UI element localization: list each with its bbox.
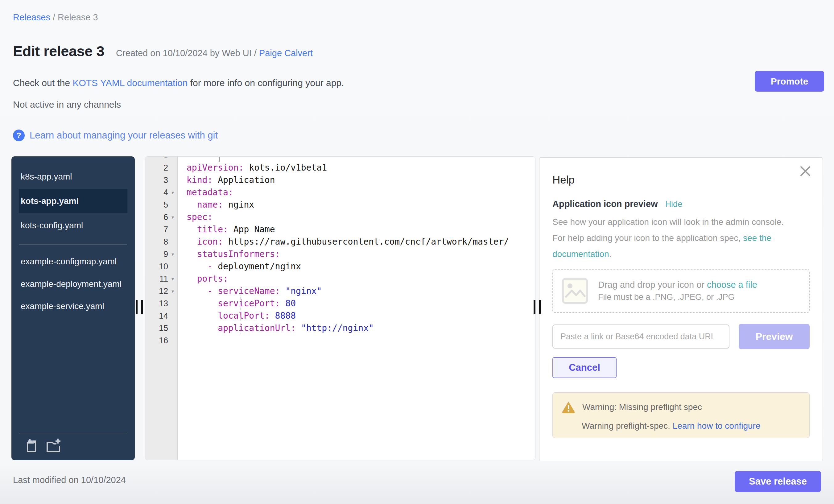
choose-file-link[interactable]: choose a file — [707, 280, 757, 290]
editor-code-area[interactable]: ---apiVersion: kots.io/v1beta1kind: Appl… — [178, 157, 535, 460]
code-line[interactable]: --- — [178, 156, 535, 162]
code-line[interactable]: title: App Name — [178, 223, 535, 236]
dropzone-text: Drag and drop your icon or choose a file… — [598, 280, 757, 302]
code-line[interactable] — [178, 334, 535, 347]
save-release-button[interactable]: Save release — [735, 471, 821, 492]
add-file-icon[interactable] — [24, 439, 37, 454]
file-tree-sidebar: k8s-app.yamlkots-app.yamlkots-config.yam… — [12, 156, 135, 460]
file-item[interactable]: example-service.yaml — [12, 295, 135, 317]
intro-suffix: for more info on configuring your app. — [188, 78, 344, 88]
last-modified-text: Last modified on 10/10/2024 — [13, 475, 126, 485]
code-line[interactable]: name: nginx — [178, 199, 535, 211]
preflight-warning-box: Warning: Missing preflight spec Warning … — [552, 392, 810, 438]
close-icon[interactable] — [799, 165, 811, 177]
gutter-line: 11▾ — [145, 273, 177, 285]
git-releases-link[interactable]: Learn about managing your releases with … — [29, 130, 218, 141]
icon-dropzone[interactable]: Drag and drop your icon or choose a file… — [552, 269, 810, 313]
file-list-divider — [19, 245, 127, 245]
help-body-suffix: . — [609, 249, 612, 259]
question-circle-icon: ? — [13, 130, 25, 141]
file-tree-footer — [12, 434, 135, 460]
file-item[interactable]: k8s-app.yaml — [12, 166, 135, 188]
breadcrumb-releases-link[interactable]: Releases — [13, 12, 50, 22]
dropzone-line2: File must be a .PNG, .JPEG, or .JPG — [598, 292, 757, 302]
intro-prefix: Check out the — [13, 78, 72, 88]
help-panel: Help Application icon preview Hide See h… — [539, 157, 823, 461]
warning-detail-text: Warning preflight-spec. — [582, 421, 673, 431]
icon-url-input[interactable] — [552, 325, 729, 349]
gutter-line: 10 — [145, 260, 177, 273]
code-line[interactable]: kind: Application — [178, 174, 535, 186]
code-line[interactable]: localPort: 8888 — [178, 310, 535, 322]
fold-arrow-icon[interactable]: ▾ — [168, 251, 177, 257]
fold-arrow-icon[interactable]: ▾ — [168, 288, 177, 294]
gutter-line: 9▾ — [145, 248, 177, 260]
hide-link[interactable]: Hide — [665, 200, 683, 209]
image-placeholder-icon — [562, 278, 588, 304]
file-item[interactable]: example-deployment.yaml — [12, 273, 135, 295]
help-resize-handle[interactable] — [533, 300, 542, 314]
kots-yaml-doc-link[interactable]: KOTS YAML documentation — [72, 78, 188, 88]
gutter-line: 12▾ — [145, 285, 177, 297]
file-item[interactable]: example-configmap.yaml — [12, 250, 135, 273]
preview-button[interactable]: Preview — [739, 324, 810, 349]
warning-title: Warning: Missing preflight spec — [582, 402, 702, 412]
gutter-line: 14 — [145, 310, 177, 322]
help-section-row: Application icon preview Hide — [552, 199, 810, 209]
code-line[interactable]: ports: — [178, 273, 535, 285]
code-line[interactable]: metadata: — [178, 186, 535, 199]
help-body-text: See how your application icon will look … — [552, 214, 793, 262]
code-line[interactable]: apiVersion: kots.io/v1beta1 — [178, 162, 535, 174]
created-meta: Created on 10/10/2024 by Web UI / Paige … — [116, 48, 313, 58]
gutter-line: 3 — [145, 174, 177, 186]
title-row: Edit release 3 Created on 10/10/2024 by … — [13, 43, 313, 60]
gutter-line: 8 — [145, 236, 177, 248]
icon-preview-title: Application icon preview — [552, 199, 658, 209]
file-item[interactable]: kots-config.yaml — [12, 214, 135, 237]
gutter-line: 1 — [145, 157, 177, 162]
code-line[interactable]: servicePort: 80 — [178, 297, 535, 310]
fold-arrow-icon[interactable]: ▾ — [168, 190, 177, 196]
breadcrumb-current: Release 3 — [58, 12, 98, 22]
gutter-line: 5 — [145, 199, 177, 211]
breadcrumb-separator: / — [50, 12, 58, 22]
code-line[interactable]: - deployment/nginx — [178, 260, 535, 273]
cancel-button[interactable]: Cancel — [552, 357, 617, 378]
file-item[interactable]: kots-app.yaml — [19, 189, 127, 213]
created-text: Created on 10/10/2024 by Web UI / — [116, 48, 259, 58]
file-list: k8s-app.yamlkots-app.yamlkots-config.yam… — [12, 166, 135, 317]
channel-status-text: Not active in any channels — [13, 99, 121, 110]
promote-button[interactable]: Promote — [755, 71, 824, 92]
gutter-line: 2 — [145, 162, 177, 174]
help-title: Help — [552, 174, 810, 186]
code-line[interactable]: spec: — [178, 211, 535, 223]
breadcrumb: Releases / Release 3 — [13, 12, 98, 23]
gutter-line: 6▾ — [145, 211, 177, 223]
code-line[interactable]: statusInformers: — [178, 248, 535, 260]
sidebar-resize-handle[interactable] — [136, 300, 144, 314]
file-tree-footer-divider — [19, 434, 127, 434]
code-line[interactable]: icon: https://raw.githubusercontent.com/… — [178, 236, 535, 248]
code-line[interactable]: - serviceName: "nginx" — [178, 285, 535, 297]
editor-gutter-lines: 1234▾56▾789▾1011▾12▾13141516 — [145, 157, 177, 347]
gutter-line: 7 — [145, 223, 177, 236]
editor-gutter: 1234▾56▾789▾1011▾12▾13141516 — [145, 157, 178, 460]
intro-row: Check out the KOTS YAML documentation fo… — [13, 78, 344, 88]
fold-arrow-icon[interactable]: ▾ — [168, 214, 177, 220]
page-title: Edit release 3 — [13, 43, 104, 60]
editor-code-lines: ---apiVersion: kots.io/v1beta1kind: Appl… — [178, 156, 535, 347]
fold-arrow-icon[interactable]: ▾ — [168, 276, 177, 282]
edit-release-page: Releases / Release 3 Edit release 3 Crea… — [0, 0, 834, 504]
gutter-line: 4▾ — [145, 186, 177, 199]
gutter-line: 13 — [145, 297, 177, 310]
warning-detail: Warning preflight-spec. Learn how to con… — [582, 421, 801, 431]
author-link[interactable]: Paige Calvert — [259, 48, 313, 58]
gutter-line: 16 — [145, 334, 177, 347]
add-folder-icon[interactable] — [46, 439, 62, 454]
dropzone-line1: Drag and drop your icon or — [598, 280, 707, 290]
gutter-line: 15 — [145, 322, 177, 334]
warning-configure-link[interactable]: Learn how to configure — [673, 421, 761, 431]
code-line[interactable]: applicationUrl: "http://nginx" — [178, 322, 535, 334]
warning-triangle-icon — [561, 401, 575, 414]
icon-url-row: Preview — [552, 324, 810, 349]
